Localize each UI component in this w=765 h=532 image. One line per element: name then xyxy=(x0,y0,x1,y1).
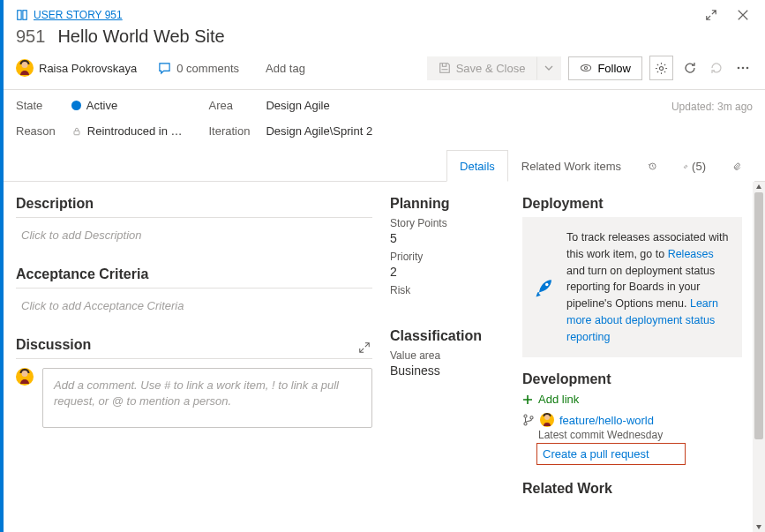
classification-heading: Classification xyxy=(390,328,508,344)
description-heading: Description xyxy=(16,196,372,212)
assignee-name: Raisa Pokrovskaya xyxy=(39,62,137,75)
add-link-label: Add link xyxy=(538,393,579,406)
follow-button[interactable]: Follow xyxy=(568,56,642,80)
releases-link[interactable]: Releases xyxy=(668,248,714,260)
comments-count: 0 comments xyxy=(176,62,239,75)
iteration-value: Design Agile\Sprint 2 xyxy=(266,124,372,138)
branch-icon xyxy=(522,414,535,426)
svg-point-7 xyxy=(746,67,749,70)
current-user-avatar xyxy=(16,368,34,386)
value-area-label: Value area xyxy=(390,349,508,362)
expand-icon xyxy=(358,341,371,354)
follow-label: Follow xyxy=(597,62,631,75)
story-points-field[interactable]: 5 xyxy=(390,231,508,245)
reason-value: Reintroduced in … xyxy=(87,124,183,138)
refresh-button[interactable] xyxy=(680,58,700,78)
svg-rect-0 xyxy=(18,11,21,20)
branch-author-avatar xyxy=(540,413,554,427)
close-button[interactable] xyxy=(735,7,751,23)
tab-details[interactable]: Details xyxy=(446,150,508,182)
priority-label: Priority xyxy=(390,251,508,263)
more-icon xyxy=(736,61,750,75)
svg-point-4 xyxy=(659,66,663,70)
discussion-heading: Discussion xyxy=(16,337,91,353)
related-work-heading: Related Work xyxy=(522,481,742,497)
comment-icon xyxy=(158,62,171,75)
comment-input[interactable]: Add a comment. Use # to link a work item… xyxy=(42,368,372,428)
value-area-field[interactable]: Business xyxy=(390,363,508,378)
add-tag-button[interactable]: Add tag xyxy=(260,60,311,77)
svg-point-2 xyxy=(581,65,591,71)
link-icon xyxy=(683,161,688,173)
svg-point-6 xyxy=(742,67,745,70)
save-icon xyxy=(439,62,451,74)
comments-button[interactable]: 0 comments xyxy=(158,62,239,75)
deployment-info-box: To track releases associated with this w… xyxy=(522,217,742,357)
lock-icon xyxy=(71,126,82,137)
tab-related-work-items[interactable]: Related Work items xyxy=(508,150,634,182)
refresh-icon xyxy=(683,61,697,75)
svg-point-13 xyxy=(530,416,533,419)
eye-icon xyxy=(580,62,592,74)
iteration-picker[interactable]: Design Agile\Sprint 2 xyxy=(266,124,372,138)
create-pull-request-link[interactable]: Create a pull request xyxy=(543,447,649,461)
tab-links[interactable]: (5) xyxy=(670,150,719,182)
area-picker[interactable]: Design Agile xyxy=(266,99,372,112)
story-points-label: Story Points xyxy=(390,217,508,229)
tab-attachments[interactable] xyxy=(719,151,754,182)
avatar xyxy=(16,59,34,77)
deployment-heading: Deployment xyxy=(522,196,742,212)
work-item-id: 951 xyxy=(16,26,45,47)
undo-icon xyxy=(709,61,724,75)
add-link-button[interactable]: Add link xyxy=(522,393,742,406)
svg-point-10 xyxy=(545,282,549,286)
close-icon xyxy=(737,9,749,21)
state-label: State xyxy=(16,99,56,112)
save-close-button[interactable]: Save & Close xyxy=(427,56,537,80)
breadcrumb-link[interactable]: USER STORY 951 xyxy=(34,9,123,21)
branch-link[interactable]: feature/hello-world xyxy=(559,414,654,427)
discussion-expand-button[interactable] xyxy=(356,340,372,356)
paperclip-icon xyxy=(732,161,741,173)
svg-rect-1 xyxy=(23,11,26,20)
updated-timestamp: Updated: 3m ago xyxy=(671,99,753,113)
links-count: (5) xyxy=(692,160,706,173)
save-close-label: Save & Close xyxy=(456,62,526,75)
planning-heading: Planning xyxy=(390,196,508,212)
acceptance-input[interactable]: Click to add Acceptance Criteria xyxy=(16,297,372,337)
reason-picker[interactable]: Reintroduced in … xyxy=(71,124,183,138)
development-heading: Development xyxy=(522,371,742,387)
svg-rect-8 xyxy=(74,131,79,135)
more-actions-button[interactable] xyxy=(733,58,753,78)
gear-icon xyxy=(655,62,668,75)
state-dot-icon xyxy=(71,101,81,110)
description-input[interactable]: Click to add Description xyxy=(16,227,372,266)
work-item-title-text: Hello World Web Site xyxy=(57,26,224,47)
acceptance-heading: Acceptance Criteria xyxy=(16,266,372,282)
undo-button[interactable] xyxy=(707,58,726,78)
reason-label: Reason xyxy=(16,124,56,138)
area-label: Area xyxy=(208,99,250,112)
scrollbar[interactable] xyxy=(753,182,765,532)
state-picker[interactable]: Active xyxy=(71,99,183,112)
save-menu-button[interactable] xyxy=(536,56,561,80)
svg-point-11 xyxy=(524,415,527,417)
risk-label: Risk xyxy=(390,284,508,296)
scrollbar-thumb[interactable] xyxy=(754,192,763,439)
rocket-icon xyxy=(533,275,558,300)
fullscreen-button[interactable] xyxy=(703,7,719,23)
settings-button[interactable] xyxy=(649,56,673,80)
assignee-picker[interactable]: Raisa Pokrovskaya xyxy=(16,59,137,77)
commit-meta: Latest commit Wednesday xyxy=(538,429,742,441)
tab-history[interactable] xyxy=(634,150,670,182)
user-story-icon xyxy=(16,9,28,21)
create-pr-highlight: Create a pull request xyxy=(536,443,686,465)
iteration-label: Iteration xyxy=(208,124,250,138)
svg-point-12 xyxy=(524,423,527,425)
history-icon xyxy=(648,160,656,173)
chevron-down-icon xyxy=(544,64,553,72)
svg-point-5 xyxy=(738,67,740,70)
work-item-title[interactable]: 951 Hello World Web Site xyxy=(4,23,765,52)
priority-field[interactable]: 2 xyxy=(390,265,508,279)
area-value: Design Agile xyxy=(266,99,329,112)
